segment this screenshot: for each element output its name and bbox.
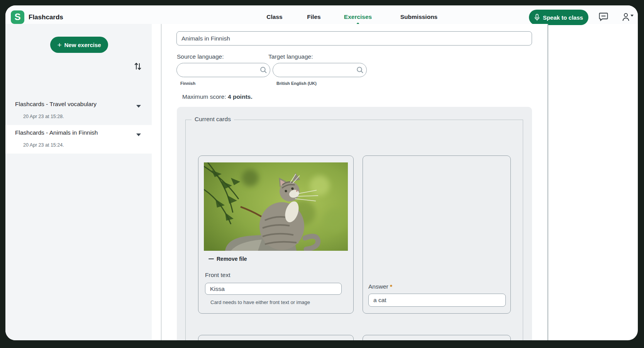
required-asterisk: * (390, 283, 392, 290)
exercise-title-input[interactable] (176, 31, 532, 46)
target-language-search-input[interactable] (273, 63, 367, 77)
flashcard-answer-2 (363, 335, 511, 340)
nav-item-exercises[interactable]: Exercises (344, 14, 372, 20)
front-text-input[interactable] (205, 283, 342, 295)
current-cards-legend: Current cards (192, 116, 234, 123)
source-language-value: Finnish (180, 81, 195, 86)
target-language-value: British English (UK) (276, 81, 317, 86)
nav-item-files[interactable]: Files (307, 14, 320, 20)
answer-input[interactable] (368, 294, 506, 307)
minus-icon (208, 258, 214, 260)
microphone-icon (534, 14, 540, 21)
sort-button[interactable] (133, 62, 143, 72)
flashcard-front-2 (198, 335, 354, 340)
nav-item-submissions[interactable]: Submissions (400, 14, 437, 20)
speak-to-class-label: Speak to class (543, 14, 583, 21)
new-exercise-label: New exercise (64, 42, 101, 48)
chevron-down-icon (136, 133, 141, 136)
chevron-down-icon (630, 15, 634, 17)
answer-label: Answer * (368, 283, 392, 290)
exercise-title: Flashcards - Travel vocabulary (15, 101, 97, 108)
chat-bubble-icon (599, 12, 608, 21)
exercise-date: 20 Apr 23 at 15:24. (23, 142, 64, 148)
front-text-label: Front text (205, 272, 230, 279)
content-right-divider (547, 24, 548, 340)
exercise-editor: Source language: Target language: Finnis… (161, 24, 547, 340)
account-menu-button[interactable] (622, 12, 635, 22)
source-language-label: Source language: (177, 53, 224, 60)
nav-item-class[interactable]: Class (266, 14, 282, 20)
plus-icon: + (57, 41, 61, 49)
remove-file-button[interactable]: Remove file (208, 255, 247, 262)
current-cards-panel: Current cards (177, 107, 532, 340)
front-text-helper: Card needs to have either front text or … (210, 299, 310, 305)
exercise-date: 20 Apr 23 at 15:28. (23, 114, 64, 119)
expand-exercise-button[interactable] (134, 102, 143, 109)
source-language-search-input[interactable] (176, 63, 270, 77)
expand-exercise-button[interactable] (134, 130, 143, 137)
top-navbar: S Flashcards Class Files Exercises Submi… (5, 5, 638, 24)
app-logo: S (11, 10, 24, 24)
chat-button[interactable] (598, 12, 608, 22)
speak-to-class-button[interactable]: Speak to class (529, 10, 588, 25)
flashcard-front-1: Remove file Front text Card needs to hav… (198, 155, 354, 314)
target-language-label: Target language: (268, 53, 313, 60)
remove-file-label: Remove file (217, 256, 247, 262)
sidebar-exercise-travel-vocabulary[interactable]: Flashcards - Travel vocabulary 20 Apr 23… (5, 96, 152, 125)
chevron-down-icon (136, 105, 141, 108)
maximum-score: Maximum score: 4 points. (182, 93, 253, 100)
sort-arrows-icon (134, 62, 142, 71)
flashcard-answer-1: Answer * (363, 155, 511, 314)
new-exercise-button[interactable]: + New exercise (50, 37, 108, 53)
sidebar-exercise-animals-in-finnish[interactable]: Flashcards - Animals in Finnish 20 Apr 2… (5, 125, 152, 154)
card-image-kitten (204, 162, 348, 251)
exercise-title: Flashcards - Animals in Finnish (15, 129, 98, 136)
app-window: S Flashcards Class Files Exercises Submi… (5, 5, 638, 340)
sidebar: + New exercise Flashcards - Travel vocab… (5, 24, 152, 340)
max-score-value: 4 points. (228, 93, 253, 100)
user-icon (622, 12, 634, 22)
app-title: Flashcards (29, 14, 63, 21)
max-score-prefix: Maximum score: (182, 93, 228, 100)
